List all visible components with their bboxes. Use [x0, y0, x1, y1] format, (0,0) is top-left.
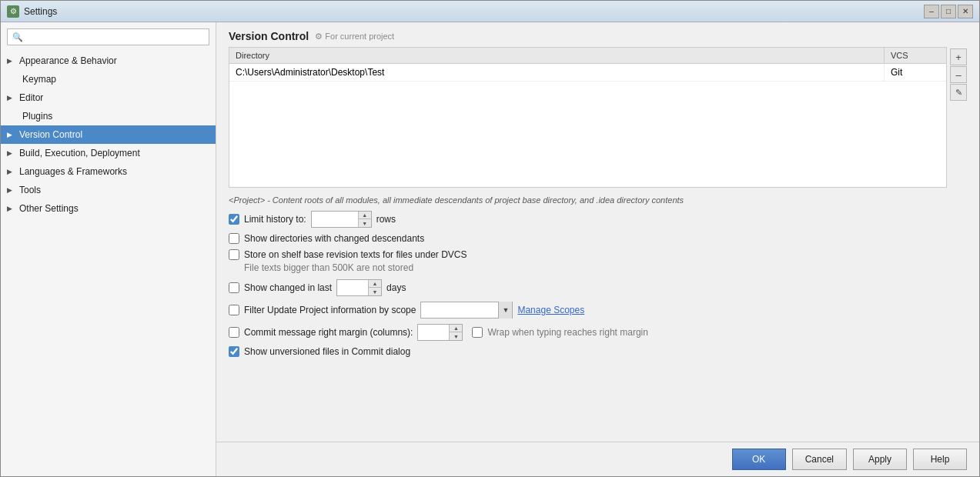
sidebar-item-editor[interactable]: ▶ Editor: [1, 88, 216, 107]
help-button[interactable]: Help: [913, 449, 967, 470]
maximize-button[interactable]: □: [941, 5, 956, 18]
show-unversioned-label: Show unversioned files in Commit dialog: [244, 346, 410, 357]
search-icon: 🔍: [12, 32, 23, 42]
wrap-label: Wrap when typing reaches right margin: [487, 327, 648, 338]
panel-subtitle: ⚙ For current project: [315, 32, 394, 42]
cancel-button[interactable]: Cancel: [792, 449, 847, 470]
panel-title: Version Control: [229, 30, 309, 42]
settings-area: <Project> - Content roots of all modules…: [216, 191, 979, 442]
col-vcs-header: VCS: [885, 48, 946, 63]
remove-vcs-button[interactable]: –: [950, 66, 967, 83]
store-shelf-hint: File texts bigger than 500K are not stor…: [244, 262, 413, 273]
vcs-table: Directory VCS C:\Users\Administrator\Des…: [229, 47, 947, 188]
spin-up-margin[interactable]: ▲: [450, 325, 462, 332]
sidebar-item-plugins[interactable]: Plugins: [1, 107, 216, 125]
show-unversioned-row: Show unversioned files in Commit dialog: [229, 346, 967, 357]
scope-input[interactable]: [421, 302, 498, 318]
scope-dropdown[interactable]: ▼: [420, 302, 513, 319]
spin-down-margin[interactable]: ▼: [450, 332, 462, 340]
col-directory-header: Directory: [229, 48, 885, 63]
search-box[interactable]: 🔍: [7, 28, 209, 45]
limit-history-row: Limit history to: 1,000 ▲ ▼ rows: [229, 211, 967, 228]
panel-header: Version Control ⚙ For current project: [216, 22, 979, 47]
filter-update-checkbox[interactable]: [229, 305, 239, 315]
title-bar-left: ⚙ Settings: [7, 5, 57, 18]
commit-margin-label: Commit message right margin (columns):: [244, 327, 413, 338]
right-panel: Version Control ⚙ For current project Di…: [216, 22, 979, 476]
commit-margin-row: Commit message right margin (columns): 7…: [229, 324, 967, 341]
title-bar: ⚙ Settings – □ ✕: [1, 1, 979, 22]
store-shelf-checkbox[interactable]: [229, 249, 239, 260]
sidebar-item-label: Build, Execution, Deployment: [19, 148, 140, 158]
show-changed-label-after: days: [386, 282, 406, 293]
arrow-icon: ▶: [7, 149, 15, 157]
store-shelf-hint-row: File texts bigger than 500K are not stor…: [244, 262, 967, 273]
cell-directory: C:\Users\Administrator\Desktop\Test: [229, 64, 885, 81]
show-directories-row: Show directories with changed descendant…: [229, 233, 967, 244]
table-section: Directory VCS C:\Users\Administrator\Des…: [216, 47, 979, 188]
filter-update-label: Filter Update Project information by sco…: [244, 305, 416, 315]
arrow-icon: ▶: [7, 168, 15, 175]
project-hint: <Project> - Content roots of all modules…: [229, 195, 967, 205]
cell-vcs: Git: [885, 64, 946, 81]
sidebar-item-label: Tools: [19, 185, 41, 195]
limit-history-spinbox: 1,000 ▲ ▼: [311, 211, 372, 228]
arrow-icon: ▶: [7, 131, 15, 138]
show-changed-checkbox[interactable]: [229, 282, 239, 293]
store-shelf-row: Store on shelf base revision texts for f…: [229, 249, 967, 260]
sidebar-item-build[interactable]: ▶ Build, Execution, Deployment: [1, 144, 216, 162]
commit-margin-checkbox[interactable]: [229, 327, 239, 338]
arrow-icon: ▶: [7, 205, 15, 212]
commit-margin-input[interactable]: 72: [418, 325, 449, 340]
table-body: C:\Users\Administrator\Desktop\Test Git: [229, 64, 946, 187]
sidebar-item-label: Other Settings: [19, 203, 79, 214]
show-changed-row: Show changed in last 31 ▲ ▼ days: [229, 279, 967, 296]
title-controls: – □ ✕: [924, 5, 973, 18]
arrow-icon: ▶: [7, 186, 15, 194]
app-icon: ⚙: [7, 5, 19, 18]
sidebar-item-label: Languages & Frameworks: [19, 166, 127, 177]
limit-history-checkbox[interactable]: [229, 214, 239, 225]
show-changed-input[interactable]: 31: [337, 280, 368, 295]
table-action-buttons: + – ✎: [947, 47, 967, 188]
manage-scopes-link[interactable]: Manage Scopes: [517, 305, 584, 315]
apply-button[interactable]: Apply: [853, 449, 907, 470]
show-unversioned-checkbox[interactable]: [229, 346, 239, 357]
sidebar-item-keymap[interactable]: Keymap: [1, 70, 216, 88]
commit-margin-spinbox: 72 ▲ ▼: [417, 324, 463, 341]
show-changed-spinbox: 31 ▲ ▼: [336, 279, 382, 296]
spin-up-days[interactable]: ▲: [369, 280, 381, 288]
show-directories-checkbox[interactable]: [229, 233, 239, 244]
sidebar-item-other[interactable]: ▶ Other Settings: [1, 199, 216, 218]
commit-margin-spin-buttons: ▲ ▼: [449, 325, 462, 340]
edit-vcs-button[interactable]: ✎: [950, 84, 967, 101]
minimize-button[interactable]: –: [924, 5, 939, 18]
scope-dropdown-arrow[interactable]: ▼: [498, 302, 512, 319]
show-changed-label-before: Show changed in last: [244, 282, 332, 293]
bottom-bar: OK Cancel Apply Help: [216, 442, 979, 476]
limit-history-spin-buttons: ▲ ▼: [358, 212, 371, 227]
add-vcs-button[interactable]: +: [950, 48, 967, 65]
table-row[interactable]: C:\Users\Administrator\Desktop\Test Git: [229, 64, 946, 82]
limit-history-input[interactable]: 1,000: [312, 212, 358, 227]
close-button[interactable]: ✕: [958, 5, 973, 18]
window-title: Settings: [24, 6, 57, 17]
spin-down-days[interactable]: ▼: [369, 288, 381, 295]
sidebar: 🔍 ▶ Appearance & Behavior Keymap ▶ Edito…: [1, 22, 216, 476]
spin-up[interactable]: ▲: [359, 212, 371, 219]
arrow-icon: ▶: [7, 57, 15, 65]
sidebar-item-version-control[interactable]: ▶ Version Control: [1, 125, 216, 144]
settings-window: ⚙ Settings – □ ✕ 🔍 ▶ Appearance & Behavi…: [0, 0, 980, 477]
sidebar-item-label: Editor: [19, 92, 43, 103]
store-shelf-label: Store on shelf base revision texts for f…: [244, 249, 467, 260]
search-input[interactable]: [26, 32, 204, 42]
filter-update-row: Filter Update Project information by sco…: [229, 302, 967, 319]
sidebar-item-tools[interactable]: ▶ Tools: [1, 181, 216, 199]
sidebar-item-label: Version Control: [19, 129, 82, 140]
sidebar-item-label: Keymap: [22, 74, 56, 85]
sidebar-item-languages[interactable]: ▶ Languages & Frameworks: [1, 162, 216, 181]
spin-down[interactable]: ▼: [359, 219, 371, 227]
wrap-checkbox[interactable]: [472, 327, 483, 338]
ok-button[interactable]: OK: [732, 449, 786, 470]
sidebar-item-appearance[interactable]: ▶ Appearance & Behavior: [1, 52, 216, 70]
